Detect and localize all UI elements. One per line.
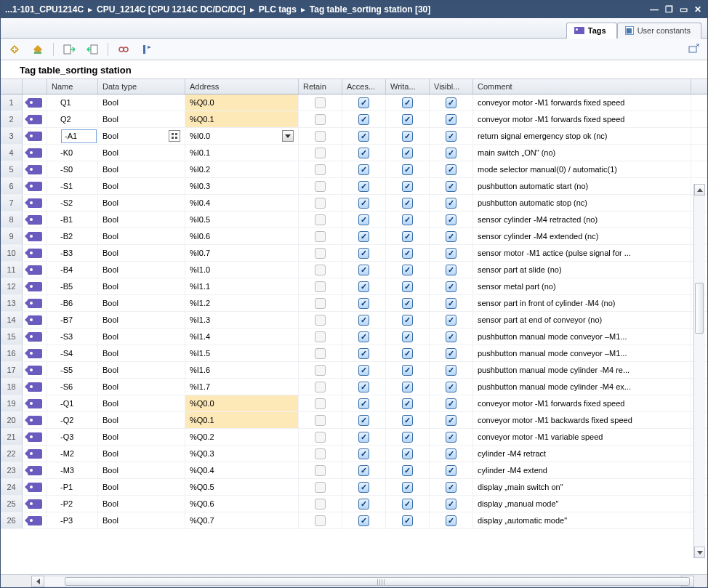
scroll-track[interactable] bbox=[694, 196, 705, 547]
row-number[interactable]: 2 bbox=[1, 111, 23, 127]
cell-name[interactable]: -P3 bbox=[47, 512, 98, 528]
checkbox[interactable] bbox=[315, 298, 326, 309]
cell-name[interactable]: -B7 bbox=[47, 312, 98, 328]
cell-retain[interactable] bbox=[299, 212, 342, 227]
checkbox[interactable] bbox=[358, 415, 369, 426]
cell-visible[interactable] bbox=[430, 512, 473, 528]
checkbox[interactable] bbox=[446, 382, 456, 392]
cell-datatype[interactable]: Bool bbox=[98, 312, 185, 328]
row-number[interactable]: 17 bbox=[1, 362, 23, 378]
cell-retain[interactable] bbox=[299, 462, 342, 478]
row-number[interactable]: 14 bbox=[1, 312, 23, 328]
cell-address[interactable]: %Q0.0 bbox=[185, 94, 299, 110]
cell-visible[interactable] bbox=[430, 479, 473, 495]
table-row[interactable]: 9-B2Bool%I0.6sensor cylinder -M4 extende… bbox=[1, 228, 707, 245]
col-address[interactable]: Address bbox=[185, 79, 299, 94]
cell-datatype[interactable]: Bool bbox=[98, 161, 185, 177]
cell-retain[interactable] bbox=[299, 295, 342, 311]
cell-datatype[interactable]: Bool bbox=[98, 212, 185, 227]
cell-datatype[interactable]: Bool bbox=[98, 178, 185, 194]
cell-datatype[interactable]: Bool bbox=[98, 395, 185, 411]
cell-address[interactable]: %Q0.3 bbox=[185, 446, 299, 462]
cell-address[interactable]: %I1.5 bbox=[185, 345, 299, 361]
checkbox[interactable] bbox=[315, 315, 326, 326]
cell-comment[interactable]: pushbutton manual mode conveyor –M1... bbox=[473, 345, 691, 361]
row-number[interactable]: 7 bbox=[1, 195, 23, 211]
checkbox[interactable] bbox=[358, 214, 369, 225]
checkbox[interactable] bbox=[315, 248, 326, 259]
checkbox[interactable] bbox=[446, 97, 456, 108]
table-row[interactable]: 19-Q1Bool%Q0.0conveyor motor -M1 forward… bbox=[1, 395, 707, 412]
table-row[interactable]: 4-K0Bool%I0.1main switch „ON" (no) bbox=[1, 145, 707, 161]
row-number[interactable]: 5 bbox=[1, 161, 23, 177]
cell-comment[interactable]: conveyor motor -M1 variable speed bbox=[473, 429, 691, 445]
col-visible[interactable]: Visibl... bbox=[430, 79, 473, 94]
row-number[interactable]: 20 bbox=[1, 412, 23, 428]
cell-datatype[interactable]: Bool bbox=[98, 111, 185, 127]
col-writable[interactable]: Writa... bbox=[386, 79, 430, 94]
checkbox[interactable] bbox=[315, 515, 326, 526]
cell-writable[interactable] bbox=[386, 128, 430, 144]
cell-address[interactable]: %I1.7 bbox=[185, 379, 299, 395]
table-row[interactable]: 1Q1Bool%Q0.0conveyor motor -M1 forwards … bbox=[1, 94, 707, 111]
export-button[interactable] bbox=[61, 41, 77, 57]
checkbox[interactable] bbox=[358, 382, 369, 392]
cell-comment[interactable]: conveyor motor -M1 forwards fixed speed bbox=[473, 94, 691, 110]
table-row[interactable]: 13-B6Bool%I1.2sensor part in front of cy… bbox=[1, 295, 707, 312]
cell-accessible[interactable] bbox=[342, 278, 386, 294]
checkbox[interactable] bbox=[446, 214, 456, 225]
checkbox[interactable] bbox=[402, 382, 413, 392]
checkbox[interactable] bbox=[315, 365, 326, 376]
cell-address[interactable]: %I1.3 bbox=[185, 312, 299, 328]
cell-name[interactable]: -S3 bbox=[47, 329, 98, 345]
cell-accessible[interactable] bbox=[342, 212, 386, 227]
checkbox[interactable] bbox=[446, 415, 456, 426]
cell-name[interactable]: Q1 bbox=[47, 94, 98, 110]
checkbox[interactable] bbox=[446, 448, 456, 459]
cell-accessible[interactable] bbox=[342, 111, 386, 127]
cell-comment[interactable]: pushbutton manual mode cylinder -M4 re..… bbox=[473, 362, 691, 378]
checkbox[interactable] bbox=[315, 398, 326, 409]
cell-visible[interactable] bbox=[430, 145, 473, 161]
cell-comment[interactable]: display „main switch on" bbox=[473, 479, 691, 495]
checkbox[interactable] bbox=[315, 448, 326, 459]
checkbox[interactable] bbox=[402, 499, 413, 510]
cell-visible[interactable] bbox=[430, 228, 473, 244]
cell-visible[interactable] bbox=[430, 362, 473, 378]
col-datatype[interactable]: Data type bbox=[98, 79, 185, 94]
checkbox[interactable] bbox=[315, 382, 326, 392]
cell-writable[interactable] bbox=[386, 362, 430, 378]
row-number[interactable]: 22 bbox=[1, 446, 23, 462]
cell-datatype[interactable]: Bool bbox=[98, 228, 185, 244]
cell-visible[interactable] bbox=[430, 412, 473, 428]
cell-retain[interactable] bbox=[299, 94, 342, 110]
settings-button[interactable] bbox=[139, 41, 155, 57]
cell-address[interactable]: %I1.0 bbox=[185, 262, 299, 278]
cell-retain[interactable] bbox=[299, 245, 342, 261]
cell-visible[interactable] bbox=[430, 462, 473, 478]
cell-visible[interactable] bbox=[430, 345, 473, 361]
checkbox[interactable] bbox=[446, 281, 456, 292]
cell-retain[interactable] bbox=[299, 312, 342, 328]
checkbox[interactable] bbox=[315, 181, 326, 192]
cell-writable[interactable] bbox=[386, 145, 430, 161]
cell-writable[interactable] bbox=[386, 496, 430, 512]
cell-name[interactable]: -M3 bbox=[47, 462, 98, 478]
col-comment[interactable]: Comment bbox=[473, 79, 691, 94]
checkbox[interactable] bbox=[358, 398, 369, 409]
checkbox[interactable] bbox=[358, 131, 369, 142]
cell-retain[interactable] bbox=[299, 161, 342, 177]
cell-writable[interactable] bbox=[386, 195, 430, 211]
cell-accessible[interactable] bbox=[342, 446, 386, 462]
cell-writable[interactable] bbox=[386, 479, 430, 495]
cell-retain[interactable] bbox=[299, 379, 342, 395]
table-row[interactable]: 11-B4Bool%I1.0sensor part at slide (no) bbox=[1, 262, 707, 278]
cell-accessible[interactable] bbox=[342, 512, 386, 528]
cell-name[interactable]: -M2 bbox=[47, 446, 98, 462]
cell-address[interactable]: %I0.6 bbox=[185, 228, 299, 244]
cell-address[interactable]: %Q0.2 bbox=[185, 429, 299, 445]
cell-writable[interactable] bbox=[386, 245, 430, 261]
scroll-thumb[interactable] bbox=[695, 283, 704, 334]
cell-datatype[interactable]: Bool bbox=[98, 195, 185, 211]
cell-address[interactable]: %Q0.5 bbox=[185, 479, 299, 495]
